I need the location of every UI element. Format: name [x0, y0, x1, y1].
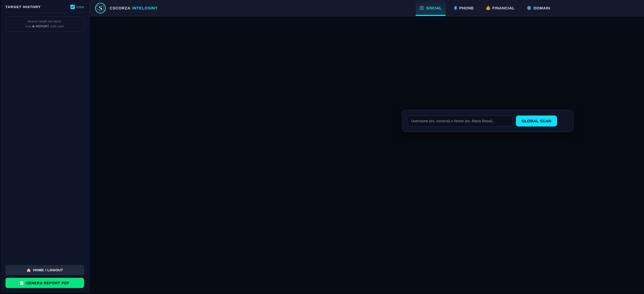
home-logout-label: HOME / LOGOUT — [33, 268, 63, 272]
globe-meridians-icon — [420, 6, 424, 10]
earth-globe-icon — [527, 6, 531, 10]
icons-checkbox[interactable] — [70, 5, 75, 9]
money-bag-icon: $ — [486, 6, 490, 10]
main-tabs: SOCIAL PHONE $ FINANCIAL — [416, 0, 554, 16]
checkmark-icon — [71, 6, 74, 8]
tab-financial[interactable]: $ FINANCIAL — [482, 0, 518, 16]
window-bottom-edge — [0, 293, 644, 294]
top-bar: S CSCORZA INTELOSINT SOCIAL — [90, 0, 644, 16]
empty-state-line2-suffix: sulle card. — [50, 24, 64, 29]
icons-toggle-label: Icone — [76, 5, 84, 9]
empty-state-line2: Usa REPORT sulle card. — [25, 24, 64, 29]
tab-financial-label: FINANCIAL — [492, 6, 515, 10]
empty-state-line2-bold: REPORT — [36, 24, 49, 29]
brand-primary: CSCORZA — [110, 6, 130, 10]
tab-domain-label: DOMAIN — [533, 6, 550, 10]
sidebar-footer: HOME / LOGOUT GENERA REPORT PDF — [5, 265, 84, 288]
global-scan-button[interactable]: GLOBAL SCAN — [516, 116, 557, 126]
generate-report-pdf-label: GENERA REPORT PDF — [26, 281, 69, 285]
brand-accent: INTELOSINT — [132, 6, 158, 10]
empty-state-line1: Nessun target nel report. — [27, 19, 62, 24]
global-search-panel: GLOBAL SCAN — [402, 110, 574, 132]
document-icon — [20, 281, 23, 285]
svg-text:$: $ — [487, 7, 489, 10]
tab-phone[interactable]: PHONE — [450, 0, 478, 16]
tab-domain[interactable]: DOMAIN — [523, 0, 554, 16]
mobile-phone-icon — [454, 6, 457, 10]
target-search-input[interactable] — [407, 116, 512, 126]
cscorza-logo-icon[interactable]: S — [95, 3, 106, 14]
tab-social-label: SOCIAL — [426, 6, 442, 10]
target-history-title: TARGET HISTORY — [5, 5, 41, 9]
generate-report-pdf-button[interactable]: GENERA REPORT PDF — [5, 278, 84, 288]
tab-phone-label: PHONE — [459, 6, 474, 10]
icons-toggle[interactable]: Icone — [70, 5, 84, 9]
home-logout-button[interactable]: HOME / LOGOUT — [5, 265, 84, 275]
sidebar-divider — [5, 13, 84, 13]
target-history-sidebar: TARGET HISTORY Icone Nessun target nel r… — [0, 0, 90, 293]
svg-text:S: S — [99, 4, 102, 11]
sidebar-header: TARGET HISTORY Icone — [5, 5, 84, 9]
plus-icon — [32, 25, 35, 28]
house-icon — [27, 268, 31, 272]
brand-title: CSCORZA INTELOSINT — [110, 6, 158, 10]
main-content: GLOBAL SCAN — [90, 16, 644, 293]
empty-state-box: Nessun target nel report. Usa REPORT sul… — [5, 16, 84, 32]
tab-social[interactable]: SOCIAL — [416, 0, 446, 16]
empty-state-line2-prefix: Usa — [25, 24, 31, 29]
